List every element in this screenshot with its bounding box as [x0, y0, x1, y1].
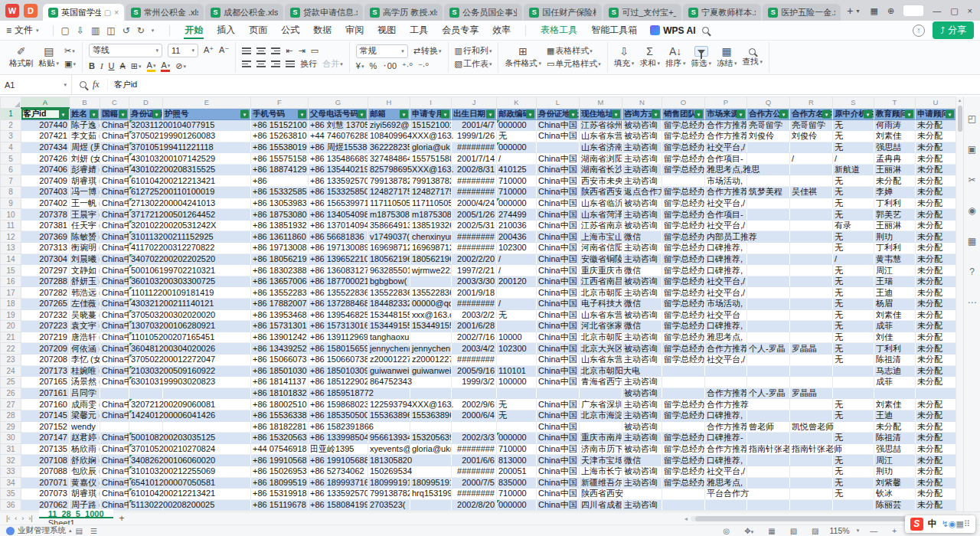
cell[interactable]: 207378	[21, 209, 70, 221]
column-header-G[interactable]: G	[309, 97, 368, 109]
column-header-C[interactable]: C	[100, 97, 129, 109]
cell[interactable]	[497, 354, 537, 365]
wps-ai-button[interactable]: WPS AI	[650, 25, 695, 36]
cell[interactable]: 社交平台,/	[705, 142, 747, 153]
cell[interactable]: 122593794XXX@163.	[368, 399, 410, 410]
cell[interactable]: 汤景然 (女	[70, 377, 100, 388]
cell[interactable]: +86 1582391866	[309, 421, 368, 433]
cell[interactable]: 留学总经办	[662, 253, 705, 265]
row-header[interactable]: 34	[1, 477, 21, 489]
cell[interactable]: +86 1971300890	[309, 243, 368, 254]
borders-button[interactable]: ⊞▾	[131, 61, 142, 71]
cell[interactable]: 合作方推荐	[705, 343, 747, 355]
cell[interactable]: 未分配	[916, 332, 956, 343]
cell[interactable]: 100000	[497, 377, 537, 388]
cell[interactable]: ########	[452, 466, 497, 477]
row-header[interactable]: 1	[1, 108, 21, 119]
file-tab[interactable]: S国任财产保险样本	[524, 4, 602, 21]
cell[interactable]: 桂婉唯 (女	[70, 365, 100, 377]
cell[interactable]: ########	[452, 489, 497, 500]
cell[interactable]: tanghaoxu	[368, 332, 410, 343]
cell[interactable]: 河南省信阳	[580, 243, 622, 254]
cell[interactable]: jennychen(	[368, 343, 410, 355]
cell[interactable]: +86 15152100	[251, 119, 309, 131]
cell[interactable]: +86 13552283	[251, 287, 309, 299]
cell[interactable]: 主动咨询	[622, 175, 662, 187]
cell[interactable]: 未分配	[916, 253, 956, 265]
zoom-level[interactable]: 115%	[830, 526, 850, 535]
cell[interactable]	[537, 387, 580, 399]
cell[interactable]: 丁利利	[874, 198, 916, 209]
cell[interactable]	[662, 499, 705, 511]
cell[interactable]: 曾老师	[747, 421, 790, 433]
cell[interactable]: 207108	[21, 455, 70, 466]
row-header[interactable]: 4	[1, 142, 21, 153]
cell[interactable]: +86 1339985047	[309, 433, 368, 444]
cell[interactable]: +44 7460762888	[309, 131, 368, 142]
cell[interactable]: 彭睿婧 (女	[70, 164, 100, 175]
mic-icon[interactable]: ◉	[949, 519, 956, 528]
cell[interactable]: 成菲	[874, 377, 916, 388]
freeze-button[interactable]: ▦ 冻结▾	[717, 46, 737, 69]
cell[interactable]: China中国	[100, 142, 129, 153]
cell[interactable]: China中国	[100, 265, 129, 276]
vertical-scrollbar[interactable]: ▲	[956, 96, 963, 511]
cell[interactable]	[410, 332, 452, 343]
row-header[interactable]: 20	[1, 321, 21, 332]
row-header[interactable]: 25	[1, 377, 21, 388]
sort-button[interactable]: A↓ 排序▾	[665, 46, 686, 69]
zoom-in-icon[interactable]: +	[892, 527, 897, 535]
header-cell-L[interactable]: 身份证地址▾	[537, 108, 580, 119]
cell[interactable]: 430102200208315525	[129, 164, 163, 175]
cell[interactable]: China中国	[537, 253, 580, 265]
layout-switch-icon[interactable]: ▦	[871, 6, 878, 16]
cell[interactable]: 留学总经办	[662, 399, 705, 410]
cell[interactable]: 110112200109181419	[129, 287, 163, 299]
row-header[interactable]: 26	[1, 387, 21, 399]
row-header[interactable]: 30	[1, 433, 21, 444]
cell[interactable]	[833, 421, 874, 433]
cell[interactable]: 无	[833, 131, 874, 142]
cell[interactable]: 142401200006041426	[129, 410, 163, 421]
cell[interactable]: 江西省南昌	[580, 276, 622, 287]
cell[interactable]	[790, 265, 833, 276]
select-all-corner[interactable]	[1, 97, 21, 109]
filter-button[interactable]: ▾	[240, 109, 249, 118]
cell[interactable]: +86 1991056882	[309, 455, 368, 466]
wps-logo-icon[interactable]: W	[5, 4, 19, 18]
cell[interactable]: 无	[497, 399, 537, 410]
cell[interactable]: 207073	[21, 489, 70, 500]
cell[interactable]: China中国	[100, 119, 129, 131]
filter-button[interactable]: ▾	[822, 109, 831, 118]
cell[interactable]: +86 15332585	[251, 187, 309, 198]
zoom-formula-icon[interactable]	[80, 81, 87, 88]
cell[interactable]: m1875308(	[410, 209, 452, 221]
cell[interactable]	[452, 387, 497, 399]
cell[interactable]: 陈丽芸	[874, 499, 916, 511]
cell[interactable]: 返点合作方	[622, 187, 662, 198]
cell[interactable]	[747, 309, 790, 321]
cell[interactable]: 成雨雯 (女	[70, 399, 100, 410]
cell[interactable]: 山东省东营	[580, 131, 622, 142]
cell[interactable]: 无	[833, 175, 874, 187]
cell[interactable]: +86 13439252	[251, 343, 309, 355]
cell[interactable]: 留学总经办	[662, 142, 705, 153]
cell[interactable]: 留学总经办	[662, 287, 705, 299]
clipboard-icon[interactable]: ▣	[968, 144, 976, 155]
cell[interactable]: 32010220020531242X	[129, 220, 163, 231]
cell[interactable]: 207313	[21, 243, 70, 254]
cell[interactable]: 合作项目-	[705, 153, 747, 165]
share-button[interactable]: ⤴ 分享	[933, 21, 974, 39]
cell[interactable]: China中国	[100, 131, 129, 142]
mode-selector[interactable]: 业财管理系统 ▴	[6, 525, 72, 536]
cell[interactable]: +86 18002510	[251, 399, 309, 410]
header-cell-N[interactable]: 咨询方式▾	[622, 108, 662, 119]
cell[interactable]: 衡琬明 (女	[70, 243, 100, 254]
file-tab[interactable]: S成都公积金.xlsx	[205, 4, 283, 21]
cell[interactable]: China中国	[537, 287, 580, 299]
row-header[interactable]: 24	[1, 365, 21, 377]
column-header-N[interactable]: N	[622, 97, 662, 109]
cell[interactable]: 口碑推荐-	[705, 433, 747, 444]
cell[interactable]: 未分配	[916, 175, 956, 187]
cell[interactable]: China中国	[537, 175, 580, 187]
